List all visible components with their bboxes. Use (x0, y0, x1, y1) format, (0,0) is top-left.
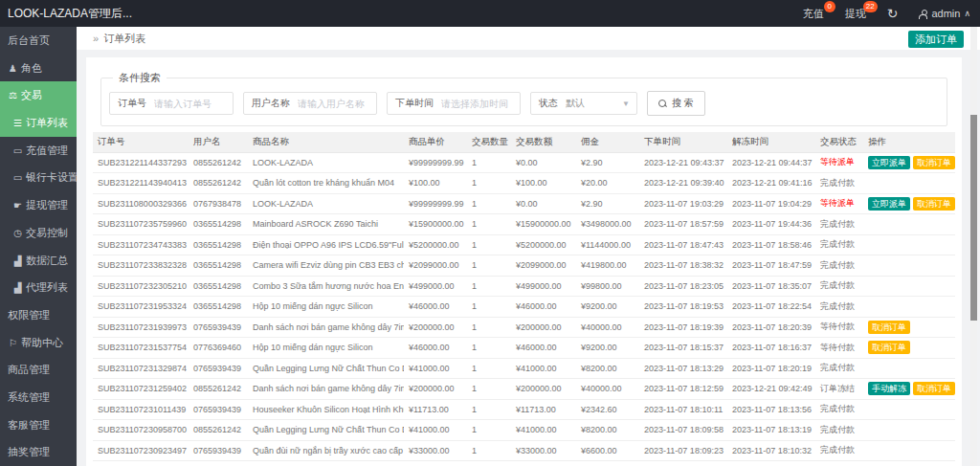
user-menu[interactable]: admin ∧ (919, 8, 970, 19)
table-row: SUB2311072310114390765939439Houseeker Kh… (93, 399, 955, 420)
topbar: LOOK-LAZADA管理后... 充值 0 提现 22 ↻ admin ∧ (0, 0, 980, 27)
add-order-button[interactable]: 添加订单 (908, 31, 964, 48)
table-row: SUB2311072319533240365514298Hộp 10 miếng… (93, 297, 955, 318)
cell-actions (863, 399, 955, 420)
cell-price: ¥33000.00 (404, 440, 467, 461)
cell-status: 等待派单 (815, 193, 863, 214)
cell-product: Danh sách nơi bán game không dây 7in1 M (248, 379, 404, 400)
sidebar-item-bankcard-config[interactable]: ▭银行卡设置 (0, 164, 77, 191)
status-badge: 订单冻结 (820, 384, 855, 393)
sidebar-item-order-list[interactable]: ☰订单列表 (0, 109, 77, 137)
sidebar-item-trade[interactable]: ⚖交易 (0, 81, 77, 109)
cell-unfreeze-time: 2023-11-07 18:20:19 (727, 358, 815, 379)
table-row: SUB2311072347433830365514298Điện thoại O… (93, 234, 955, 255)
sidebar-item-role[interactable]: ♟角色 (0, 55, 77, 82)
sidebar-item-trade-control[interactable]: ◷交易控制 (0, 219, 77, 247)
sidebar-item-service-mgmt[interactable]: 客服管理 (0, 411, 77, 439)
cell-product: Quần Legging Lưng Nữ Chất Thun Co Dãn 4 (248, 420, 404, 441)
sidebar-item-agent-list[interactable]: ▟代理列表 (0, 274, 77, 301)
cell-status: 完成付款 (815, 173, 863, 194)
order-time-label: 下单时间 (388, 97, 441, 110)
sidebar-item-recharge-mgmt[interactable]: ▭充值管理 (0, 137, 77, 165)
cell-id: SUB231107235759960 (93, 214, 189, 235)
cell-unfreeze-time: 2023-11-07 18:47:59 (727, 255, 815, 277)
chevron-down-icon: ▼ (615, 100, 636, 108)
cell-amount: ¥11713.00 (511, 399, 576, 420)
cell-product: Houseeker Khuôn Silicon Hoạt Hình Khuôn … (248, 461, 404, 466)
cell-commission: ¥2.90 (576, 193, 639, 214)
cell-product: Danh sách nơi bán game không dây 7in1 M (248, 317, 404, 338)
cancel-order-button[interactable]: 取消订单 (913, 197, 955, 211)
sidebar-item-system-mgmt[interactable]: 系统管理 (0, 384, 77, 411)
sidebar-item-withdraw-mgmt[interactable]: ☛提现管理 (0, 191, 77, 219)
cell-product: Combo 3 Sữa tắm hương nước hoa Enchante (248, 276, 404, 297)
sidebar-item-label: 数据汇总 (26, 255, 68, 266)
cell-status: 完成付款 (815, 255, 863, 277)
sidebar-item-label: 交易控制 (26, 227, 68, 238)
cell-commission: ¥20.00 (576, 173, 639, 194)
breadcrumb-arrow-icon: » (93, 33, 99, 44)
dispatch-button[interactable]: 立即派单 (868, 197, 910, 211)
search-button[interactable]: 搜 索 (647, 91, 705, 116)
cell-unfreeze-time: 2023-11-07 18:20:39 (727, 317, 815, 338)
recharge-badge: 0 (824, 1, 835, 12)
column-header: 操作 (863, 132, 955, 152)
user-name-group: 用户名称 (243, 92, 377, 115)
topbar-actions: 充值 0 提现 22 ↻ admin ∧ (803, 0, 970, 27)
table-row: SUB2311072319399730765939439Danh sách nơ… (93, 317, 955, 338)
cell-actions: 取消订单 (863, 317, 955, 338)
cancel-order-button[interactable]: 取消订单 (913, 382, 955, 395)
vertical-scrollbar[interactable] (970, 27, 977, 466)
status-badge: 等待付款 (820, 343, 855, 352)
cell-actions (863, 173, 955, 194)
cell-user: 0855261242 (189, 379, 248, 400)
flag-icon: ⚐ (8, 330, 18, 357)
sidebar-item-product-mgmt[interactable]: 商品管理 (0, 356, 77, 384)
cell-order-time: 2023-11-07 18:12:59 (639, 379, 727, 400)
cell-product: Houseeker Khuôn Silicon Hoạt Hình Khuôn … (248, 399, 404, 420)
cell-qty: 1 (467, 193, 511, 214)
scrollbar-thumb[interactable] (970, 115, 977, 321)
sidebar-item-label: 充值管理 (26, 144, 68, 156)
search-panel: 条件搜索 订单号 用户名称 下单时间 状态 默认 ▼ (100, 71, 947, 126)
table-row: SUB2312211443372930855261242LOOK-LAZADA¥… (93, 152, 955, 173)
manual-unfreeze-button[interactable]: 手动解冻 (868, 382, 910, 395)
cell-status: 完成付款 (815, 399, 863, 420)
cell-amount: ¥499000.00 (511, 276, 576, 297)
cell-price: ¥46000.00 (404, 338, 467, 359)
cancel-order-button[interactable]: 取消订单 (868, 341, 910, 354)
cell-qty: 1 (467, 214, 511, 235)
dispatch-button[interactable]: 立即派单 (868, 156, 910, 169)
withdraw-menu[interactable]: 提现 22 (845, 0, 866, 27)
sidebar-item-lottery-mgmt[interactable]: 抽奖管理 (0, 438, 77, 466)
cell-id: SUB231107231011439 (93, 399, 189, 420)
cell-user: 0365514298 (189, 234, 248, 255)
sidebar-item-home[interactable]: 后台首页 (0, 27, 77, 55)
table-row: SUB2311072357599600365514298Mainboard AS… (93, 214, 955, 235)
cell-actions (863, 358, 955, 379)
cancel-order-button[interactable]: 取消订单 (913, 156, 955, 169)
cancel-order-button[interactable]: 取消订单 (868, 321, 910, 334)
cell-status: 完成付款 (815, 214, 863, 235)
status-badge: 等待派单 (820, 157, 855, 166)
cell-unfreeze-time: 2023-11-07 18:16:37 (727, 338, 815, 359)
sidebar-item-permission-mgmt[interactable]: 权限管理 (0, 301, 77, 329)
column-header: 佣金 (576, 132, 639, 152)
cell-id: SUB231107232305210 (93, 276, 189, 297)
cell-status: 完成付款 (815, 276, 863, 297)
cell-order-time: 2023-11-07 18:07:47 (639, 461, 727, 466)
cell-status: 完成付款 (815, 234, 863, 255)
cell-order-time: 2023-11-07 18:38:32 (639, 255, 727, 277)
sidebar-item-data-summary[interactable]: ▟数据汇总 (0, 247, 77, 275)
cell-user: 0855261242 (189, 461, 248, 466)
user-name-input[interactable] (298, 99, 376, 109)
sidebar-item-help-center[interactable]: ⚐帮助中心 (0, 329, 77, 357)
recharge-menu[interactable]: 充值 0 (803, 0, 824, 27)
cell-product: Hộp 10 miếng dán ngực Silicon (248, 338, 404, 359)
cell-unfreeze-time: 2023-11-07 18:13:19 (727, 420, 815, 441)
status-select[interactable]: 状态 默认 ▼ (530, 92, 637, 115)
order-no-input[interactable] (154, 99, 233, 109)
refresh-icon[interactable]: ↻ (887, 6, 899, 21)
order-time-input[interactable] (441, 99, 520, 109)
person-icon: ♟ (8, 55, 18, 82)
